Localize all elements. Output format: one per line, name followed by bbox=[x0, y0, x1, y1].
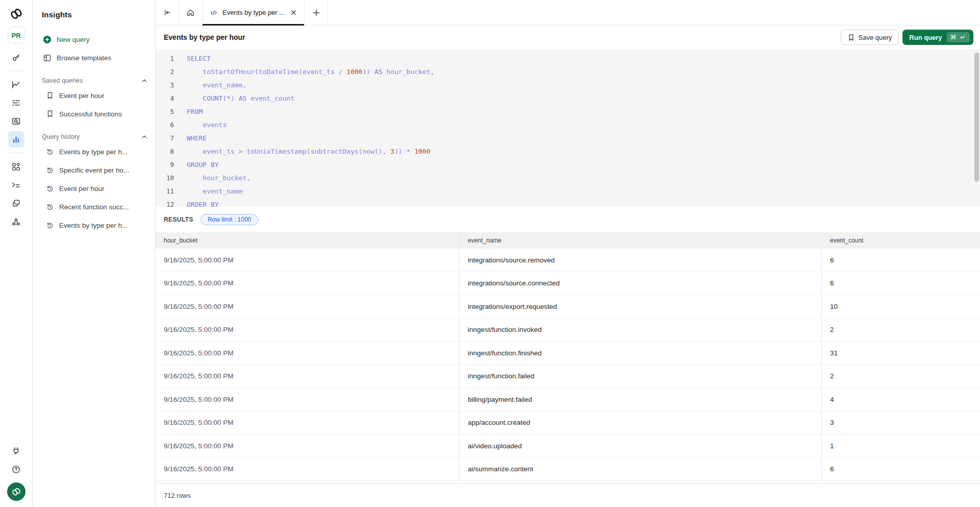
plug-icon[interactable] bbox=[8, 443, 24, 459]
table-row[interactable]: 9/16/2025, 5:00:00 PM billing/payment.fa… bbox=[156, 388, 980, 412]
query-history-item[interactable]: Specific event per ho... bbox=[33, 161, 155, 179]
results-table-body[interactable]: 9/16/2025, 5:00:00 PM integrations/sourc… bbox=[156, 249, 980, 483]
close-tab-icon[interactable] bbox=[290, 9, 297, 16]
history-icon bbox=[46, 221, 54, 229]
code-line: 5FROM bbox=[156, 105, 980, 118]
code-line: 8 event_ts > toUnixTimestamp(subtractDay… bbox=[156, 145, 980, 158]
cell-event-name: inngest/function.finished bbox=[459, 342, 821, 365]
cell-hour-bucket: 9/16/2025, 5:00:00 PM bbox=[156, 458, 459, 481]
query-title-bar: Events by type per hour Save query Run q… bbox=[156, 26, 980, 49]
line-number: 3 bbox=[156, 79, 174, 92]
collapse-sidebar-button[interactable] bbox=[156, 0, 179, 25]
cell-event-count: 6 bbox=[821, 272, 980, 295]
cell-event-count: 10 bbox=[821, 295, 980, 318]
cell-event-name: integrations/source.connected bbox=[459, 272, 821, 295]
line-number: 4 bbox=[156, 92, 174, 105]
column-header-hour-bucket: hour_bucket bbox=[156, 232, 459, 249]
table-row[interactable]: 9/16/2025, 5:00:00 PM ai/video.uploaded … bbox=[156, 434, 980, 458]
apps-grid-icon[interactable] bbox=[8, 158, 24, 175]
cell-event-name: integrations/source.removed bbox=[459, 249, 821, 272]
browse-templates-label: Browse templates bbox=[57, 54, 111, 62]
query-history-item[interactable]: Events by type per h... bbox=[33, 216, 155, 234]
query-history-item[interactable]: Recent function succ... bbox=[33, 198, 155, 216]
windows-icon[interactable] bbox=[8, 195, 24, 211]
cell-event-count: 31 bbox=[821, 342, 980, 365]
active-query-tab[interactable]: Events by type per ... bbox=[203, 0, 305, 25]
query-history-label: Recent function succ... bbox=[59, 203, 129, 211]
query-history-section-header[interactable]: Query history bbox=[33, 130, 155, 142]
cell-event-count: 2 bbox=[821, 319, 980, 342]
rail-divider bbox=[9, 70, 24, 71]
key-icon[interactable] bbox=[8, 49, 24, 65]
cell-event-count: 2 bbox=[821, 365, 980, 388]
results-label: RESULTS bbox=[164, 216, 193, 223]
tab-bar: Events by type per ... bbox=[156, 0, 980, 26]
saved-query-item[interactable]: Successful functions bbox=[33, 105, 155, 123]
table-row[interactable]: 9/16/2025, 5:00:00 PM integrations/sourc… bbox=[156, 249, 980, 272]
save-query-button[interactable]: Save query bbox=[841, 30, 899, 45]
line-number: 11 bbox=[156, 185, 174, 198]
home-tab-button[interactable] bbox=[179, 0, 203, 25]
query-history-label: Events by type per h... bbox=[59, 148, 128, 156]
help-icon[interactable] bbox=[8, 461, 24, 477]
code-line: 11 event_name bbox=[156, 185, 980, 198]
line-number: 12 bbox=[156, 198, 174, 207]
run-query-label: Run query bbox=[909, 34, 942, 41]
code-line: 10 hour_bucket, bbox=[156, 172, 980, 185]
workflow-icon[interactable] bbox=[8, 213, 24, 230]
line-number: 9 bbox=[156, 158, 174, 172]
saved-query-item[interactable]: Event per hour bbox=[33, 86, 155, 105]
table-row[interactable]: 9/16/2025, 5:00:00 PM inngest/function.i… bbox=[156, 319, 980, 342]
code-line: 9GROUP BY bbox=[156, 158, 980, 172]
code-line: 6 events bbox=[156, 118, 980, 132]
table-row[interactable]: 9/16/2025, 5:00:00 PM app/account.create… bbox=[156, 412, 980, 435]
row-limit-badge[interactable]: Row limit : 1000 bbox=[200, 214, 258, 225]
table-row[interactable]: 9/16/2025, 5:00:00 PM inngest/function.f… bbox=[156, 342, 980, 365]
workspace-avatar[interactable]: PR bbox=[8, 27, 25, 44]
editor-scrollbar[interactable] bbox=[974, 53, 979, 182]
new-query-button[interactable]: New query bbox=[33, 30, 155, 49]
cell-hour-bucket: 9/16/2025, 5:00:00 PM bbox=[156, 388, 459, 411]
results-bar: RESULTS Row limit : 1000 bbox=[156, 207, 980, 232]
query-history-item[interactable]: Events by type per h... bbox=[33, 142, 155, 161]
icon-rail: PR bbox=[0, 0, 33, 507]
browse-templates-button[interactable]: Browse templates bbox=[33, 49, 155, 67]
cell-event-count: 4 bbox=[821, 388, 980, 411]
sql-editor[interactable]: 1SELECT2 toStartOfHour(toDateTime(event_… bbox=[156, 49, 980, 207]
new-tab-button[interactable] bbox=[305, 0, 328, 25]
cell-event-count: 6 bbox=[821, 458, 980, 481]
table-row[interactable]: 9/16/2025, 5:00:00 PM inngest/function.f… bbox=[156, 365, 980, 389]
page-title: Events by type per hour bbox=[164, 33, 245, 41]
metrics-line-chart-icon[interactable] bbox=[8, 76, 24, 92]
query-history-label: Events by type per h... bbox=[59, 222, 128, 229]
insights-bar-chart-icon[interactable] bbox=[8, 131, 24, 148]
cell-hour-bucket: 9/16/2025, 5:00:00 PM bbox=[156, 272, 459, 295]
table-row[interactable]: 9/16/2025, 5:00:00 PM ai/summarize.conte… bbox=[156, 458, 980, 481]
cell-hour-bucket: 9/16/2025, 5:00:00 PM bbox=[156, 342, 459, 365]
user-avatar-inngest[interactable] bbox=[7, 482, 26, 501]
table-row[interactable]: 9/16/2025, 5:00:00 PM integrations/expor… bbox=[156, 295, 980, 319]
run-shortcut-badge: ⌘ ↵ bbox=[947, 32, 970, 42]
cell-hour-bucket: 9/16/2025, 5:00:00 PM bbox=[156, 434, 459, 457]
tab-label: Events by type per ... bbox=[222, 9, 285, 16]
history-icon bbox=[46, 166, 54, 174]
cell-hour-bucket: 9/16/2025, 5:00:00 PM bbox=[156, 412, 459, 434]
save-query-label: Save query bbox=[859, 34, 892, 41]
column-header-event-name: event_name bbox=[459, 232, 821, 249]
saved-queries-section-header[interactable]: Saved queries bbox=[33, 74, 155, 86]
plus-circle-icon bbox=[43, 35, 52, 44]
main-panel: Events by type per ... Events by type pe… bbox=[156, 0, 980, 507]
table-row[interactable]: 9/16/2025, 5:00:00 PM integrations/sourc… bbox=[156, 272, 980, 296]
run-query-button[interactable]: Run query ⌘ ↵ bbox=[902, 30, 973, 45]
code-icon bbox=[210, 9, 218, 17]
code-lines: 1SELECT2 toStartOfHour(toDateTime(event_… bbox=[156, 52, 980, 207]
terminal-icon[interactable] bbox=[8, 177, 24, 193]
query-history-item[interactable]: Event per hour bbox=[33, 179, 155, 198]
cell-hour-bucket: 9/16/2025, 5:00:00 PM bbox=[156, 249, 459, 272]
cell-event-count: 3 bbox=[821, 412, 980, 434]
history-icon bbox=[46, 148, 54, 156]
saved-query-label: Event per hour bbox=[59, 92, 105, 100]
event-logs-icon[interactable] bbox=[8, 94, 24, 111]
doc-search-icon[interactable] bbox=[8, 113, 24, 129]
code-line: 4 COUNT(*) AS event_count bbox=[156, 92, 980, 105]
